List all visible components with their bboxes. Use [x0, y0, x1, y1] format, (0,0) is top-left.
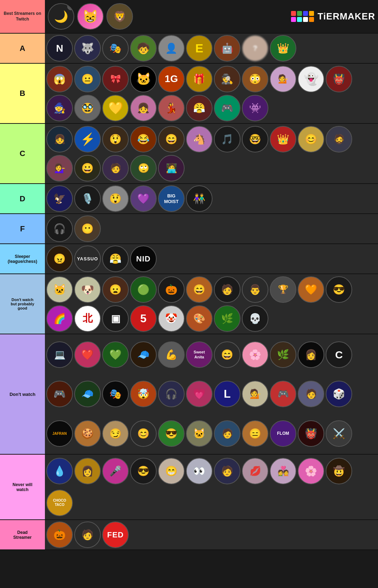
avatar-b19[interactable]: 👾: [242, 95, 268, 121]
avatar-sl3[interactable]: 😤: [102, 246, 129, 272]
avatar-b2[interactable]: 😐: [74, 66, 101, 92]
avatar-dw29[interactable]: 🧑: [214, 420, 240, 447]
avatar-couple[interactable]: 👫: [186, 185, 213, 212]
avatar-c5[interactable]: 😄: [158, 126, 185, 152]
avatar-flom[interactable]: FLOM: [270, 420, 296, 447]
avatar-dg9[interactable]: 🏆: [270, 276, 296, 303]
avatar-chinalogo[interactable]: 北: [74, 305, 101, 332]
avatar-colorful[interactable]: 🌈: [46, 305, 73, 332]
avatar-dw12[interactable]: 🎮: [46, 381, 73, 407]
avatar-dw26[interactable]: 😊: [130, 420, 157, 447]
avatar-pixelchar[interactable]: 🎮: [270, 381, 296, 407]
avatar-dg5[interactable]: 🎃: [158, 276, 185, 303]
avatar-f2[interactable]: 😶: [74, 215, 101, 242]
avatar-llogo[interactable]: L: [214, 381, 240, 407]
avatar-lightning[interactable]: ⚡: [74, 126, 101, 152]
avatar-b3[interactable]: 🎀: [102, 66, 129, 92]
avatar-sunglassesguy[interactable]: 😎: [158, 420, 185, 447]
avatar-a3[interactable]: 🎭: [102, 35, 129, 62]
avatar-b9[interactable]: 💁: [270, 66, 296, 92]
avatar-b15[interactable]: 👧: [130, 95, 157, 121]
avatar-echannel[interactable]: E: [186, 35, 213, 62]
avatar-fivelogo[interactable]: 5: [130, 305, 157, 332]
avatar-c15[interactable]: 🙄: [130, 155, 157, 181]
avatar-pokerchip[interactable]: 🎲: [326, 381, 352, 407]
avatar-cookie[interactable]: 🍪: [74, 420, 101, 447]
avatar-c16[interactable]: 🧑‍💻: [158, 155, 185, 181]
avatar-d1[interactable]: 🦅: [46, 185, 73, 212]
avatar-b16[interactable]: 💃: [158, 95, 185, 121]
avatar-dw2[interactable]: ❤️: [74, 341, 101, 368]
avatar-dg7[interactable]: 🧑: [214, 276, 240, 303]
avatar-a7[interactable]: 🤖: [214, 35, 240, 62]
avatar-dw17[interactable]: 💗: [186, 381, 213, 407]
avatar-b1[interactable]: 😱: [46, 66, 73, 92]
avatar-dw13[interactable]: 🧢: [74, 381, 101, 407]
avatar-f1[interactable]: 🎧: [46, 215, 73, 242]
avatar-b11[interactable]: 👹: [326, 66, 352, 92]
avatar-venus[interactable]: 🟢: [130, 276, 157, 303]
avatar-ghost[interactable]: 👻: [298, 66, 324, 92]
avatar-flowerlogo[interactable]: 🌸: [242, 341, 268, 368]
avatar-dw3[interactable]: 💚: [102, 341, 129, 368]
avatar-dg8[interactable]: 👨: [242, 276, 268, 303]
avatar-a9[interactable]: 👑: [270, 35, 296, 62]
avatar-fed[interactable]: FED: [102, 521, 129, 548]
avatar-nw3[interactable]: 🎤: [102, 458, 129, 484]
avatar-d2[interactable]: 🎙️: [74, 185, 101, 212]
avatar-c7[interactable]: 🎵: [214, 126, 240, 152]
avatar-chocotaco[interactable]: CHOCOTACO: [46, 490, 73, 516]
avatar-b13[interactable]: 🥸: [74, 95, 101, 121]
avatar-c9[interactable]: 👑: [270, 126, 296, 152]
avatar-dw10[interactable]: 👩: [298, 341, 324, 368]
avatar-nw4[interactable]: 😎: [130, 458, 157, 484]
avatar-nid[interactable]: NID: [130, 246, 157, 272]
avatar-c10[interactable]: 😊: [298, 126, 324, 152]
avatar-dw21[interactable]: 🧑: [298, 381, 324, 407]
avatar-d3[interactable]: 😲: [102, 185, 129, 212]
avatar-a4[interactable]: 🧒: [130, 35, 157, 62]
avatar-dw9[interactable]: 🌿: [270, 341, 296, 368]
avatar-sl1[interactable]: 😠: [46, 246, 73, 272]
avatar-dw25[interactable]: 😏: [102, 420, 129, 447]
avatar-dw4[interactable]: 🧢: [130, 341, 157, 368]
avatar-a8[interactable]: ?: [242, 35, 268, 62]
avatar-dg17[interactable]: 🎨: [186, 305, 213, 332]
avatar-b7[interactable]: 🕵️: [214, 66, 240, 92]
avatar-1g[interactable]: 1G: [158, 66, 185, 92]
avatar-b12[interactable]: 🧙: [46, 95, 73, 121]
avatar-a5[interactable]: 👤: [158, 35, 185, 62]
avatar-dw7[interactable]: 😄: [214, 341, 240, 368]
avatar-nw5[interactable]: 😁: [158, 458, 185, 484]
avatar-animecouple[interactable]: 💑: [270, 458, 296, 484]
avatar-dg2[interactable]: 🐶: [74, 276, 101, 303]
avatar-dw15[interactable]: 🤯: [130, 381, 157, 407]
avatar-b6[interactable]: 🎁: [186, 66, 213, 92]
avatar-dead2[interactable]: 🧑: [74, 521, 101, 548]
avatar-clogo[interactable]: C: [326, 341, 352, 368]
avatar-catperson[interactable]: 🐱: [186, 420, 213, 447]
avatar-dw1[interactable]: 💻: [46, 341, 73, 368]
avatar-c11[interactable]: 🧔: [326, 126, 352, 152]
avatar-bigmoist[interactable]: BIGMOIST: [158, 185, 185, 212]
avatar-catblue[interactable]: 🐱: [130, 66, 157, 92]
avatar-c3[interactable]: 😲: [102, 126, 129, 152]
avatar-sunglasses[interactable]: 😎: [326, 276, 352, 303]
avatar-pinkanime[interactable]: 🌸: [298, 458, 324, 484]
avatar-animegirl[interactable]: 🧡: [298, 276, 324, 303]
avatar-demon[interactable]: 👹: [298, 420, 324, 447]
avatar-purplehair[interactable]: 💜: [130, 185, 157, 212]
avatar-dw16[interactable]: 🎧: [158, 381, 185, 407]
avatar-dg3[interactable]: 😦: [102, 276, 129, 303]
avatar-squarelogo[interactable]: ▣: [102, 305, 129, 332]
avatar-a2[interactable]: 🐺: [74, 35, 101, 62]
avatar-sweetanita[interactable]: SweetAnita: [186, 341, 213, 368]
avatar-c6[interactable]: 🐴: [186, 126, 213, 152]
avatar-b17[interactable]: 😤: [186, 95, 213, 121]
avatar-dw19[interactable]: 💁: [242, 381, 268, 407]
avatar-nw2[interactable]: 👩: [74, 458, 101, 484]
avatar-dg1[interactable]: 🐱: [46, 276, 73, 303]
avatar-gamepad[interactable]: 🎮: [214, 95, 240, 121]
avatar-c13[interactable]: 😀: [74, 155, 101, 181]
avatar-dw5[interactable]: 💪: [158, 341, 185, 368]
